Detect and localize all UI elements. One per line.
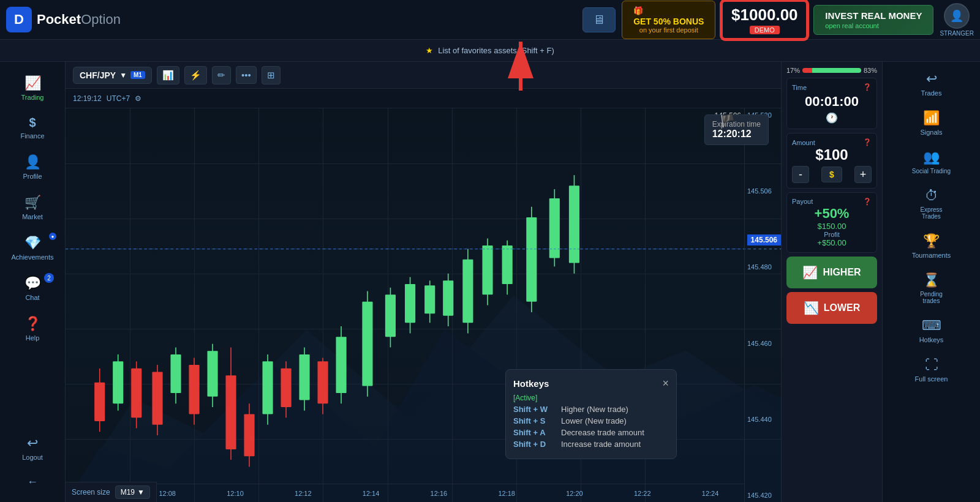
indicators-button[interactable]: ⚡ <box>184 66 207 84</box>
sidebar-item-market[interactable]: 🛒 Market <box>0 187 65 228</box>
progress-green <box>812 68 861 73</box>
right-sidebar-item-signals[interactable]: 📶 Signals <box>883 104 980 142</box>
hotkeys-title: Hotkeys <box>513 378 549 389</box>
achievements-icon: 💎 <box>24 235 41 251</box>
star-icon: ★ <box>426 46 433 55</box>
amount-label-row: Amount ❓ <box>792 138 872 146</box>
right-sidebar-item-express-trades[interactable]: ⏱ ExpressTrades <box>883 182 980 226</box>
right-sidebar-item-pending-trades[interactable]: ⌛ Pendingtrades <box>883 266 980 310</box>
sidebar-item-chat[interactable]: 💬 2 Chat <box>0 268 65 309</box>
right-sidebar: ↩ Trades 📶 Signals 👥 Social Trading ⏱ Ex… <box>882 62 980 502</box>
svg-rect-24 <box>281 369 291 407</box>
clock-icon: 🕐 <box>792 112 872 124</box>
currency-button[interactable]: $ <box>821 167 842 182</box>
favorites-bar[interactable]: ★ List of favorites assets (Shift + F) <box>0 40 980 62</box>
screen-size-value: M19 <box>121 488 135 496</box>
payout-percent: +50% <box>792 206 872 222</box>
invest-button[interactable]: INVEST REAL MONEY open real account <box>813 5 933 35</box>
trade-panel: 17% 83% Time ❓ 00:01:00 🕐 Amount ❓ $100 <box>781 62 882 502</box>
sidebar-item-trading[interactable]: 📈 Trading <box>0 68 65 108</box>
right-sidebar-item-social-trading[interactable]: 👥 Social Trading <box>883 143 980 181</box>
hotkey-key-3: Shift + A <box>513 428 556 437</box>
sidebar-item-arrow[interactable]: ← <box>0 468 65 496</box>
time-section: Time ❓ 00:01:00 🕐 <box>786 78 877 129</box>
svg-rect-28 <box>317 361 328 403</box>
left-sidebar: 📈 Trading $ Finance 👤 Profile 🛒 Market 💎… <box>0 62 66 502</box>
bonus-sub-label: on your first deposit <box>633 26 704 34</box>
right-sidebar-item-trades[interactable]: ↩ Trades <box>883 65 980 103</box>
asset-selector[interactable]: CHF/JPY ▼ M1 <box>73 67 152 84</box>
hotkeys-active-label: [Active] <box>513 394 669 402</box>
left-arrow-icon: ← <box>27 476 38 489</box>
amount-help-icon: ❓ <box>863 138 872 146</box>
profit-amount: +$50.00 <box>792 238 872 247</box>
hotkey-row-4: Shift + D Increase trade amount <box>513 440 669 449</box>
time-7: 12:18 <box>498 490 515 497</box>
drawing-button[interactable]: ✏ <box>212 66 231 84</box>
achievements-badge: ● <box>49 233 56 240</box>
screen-size-select[interactable]: M19 ▼ <box>115 485 150 499</box>
time-label: Time <box>792 84 807 91</box>
demo-account-button[interactable]: $1000.00 DEMO <box>722 1 807 39</box>
finance-icon: $ <box>29 116 36 130</box>
svg-rect-52 <box>569 185 579 263</box>
hotkey-desc-2: Lower (New trade) <box>561 416 627 425</box>
hotkey-row-1: Shift + W Higher (New trade) <box>513 405 669 414</box>
svg-rect-14 <box>189 365 199 414</box>
chart-area: CHF/JPY ▼ M1 📊 ⚡ ✏ ••• ⊞ 12:19:12 UTC+7 … <box>66 62 781 502</box>
higher-button[interactable]: 📈 HIGHER <box>786 257 877 288</box>
more-button[interactable]: ••• <box>236 66 257 84</box>
amount-minus-button[interactable]: - <box>792 166 809 183</box>
chart-settings-icon[interactable]: ⚙ <box>135 94 141 103</box>
chart-canvas: 145.520 145.506 145.480 145.460 145.440 … <box>66 108 781 502</box>
avatar-area[interactable]: 👤 STRANGER <box>940 3 974 37</box>
right-sidebar-item-hotkeys[interactable]: ⌨ Hotkeys <box>883 312 980 350</box>
tournaments-icon: 🏆 <box>923 233 940 249</box>
hotkey-row-3: Shift + A Decrease trade amount <box>513 428 669 437</box>
flag-icon: 🏴 <box>720 113 735 128</box>
trades-icon: ↩ <box>926 71 937 87</box>
time-9: 12:22 <box>634 490 651 497</box>
progress-red <box>802 68 812 73</box>
price-level-2: 145.506 <box>747 187 778 195</box>
svg-rect-46 <box>502 245 513 284</box>
chart-type-button[interactable]: 📊 <box>157 66 179 84</box>
amount-plus-button[interactable]: + <box>854 166 872 183</box>
amount-label: Amount <box>792 139 815 146</box>
current-price-label: 145.506 <box>747 234 781 245</box>
sidebar-item-achievements[interactable]: 💎 ● Achievements <box>0 228 65 268</box>
svg-rect-6 <box>113 361 123 403</box>
right-sidebar-item-full-screen[interactable]: ⛶ Full screen <box>883 351 980 389</box>
logo-bold: Pocket <box>37 12 81 27</box>
screen-size-arrow: ▼ <box>137 488 145 496</box>
svg-rect-44 <box>482 245 492 294</box>
layout-button[interactable]: ⊞ <box>262 66 281 84</box>
sidebar-item-profile[interactable]: 👤 Profile <box>0 147 65 187</box>
expiration-box: Expiration time 12:20:12 <box>704 114 769 145</box>
logo-text: PocketOption <box>37 12 121 28</box>
sidebar-item-help[interactable]: ❓ Help <box>0 309 65 349</box>
invest-main-label: INVEST REAL MONEY <box>825 10 922 21</box>
svg-rect-12 <box>170 354 181 393</box>
chart-toolbar: CHF/JPY ▼ M1 📊 ⚡ ✏ ••• ⊞ <box>66 62 781 89</box>
tournaments-label: Tournaments <box>912 252 951 259</box>
svg-rect-20 <box>244 414 254 456</box>
monitor-button[interactable]: 🖥 <box>582 7 616 32</box>
demo-amount: $1000.00 <box>731 6 797 24</box>
svg-rect-18 <box>225 375 236 449</box>
time-10: 12:24 <box>702 490 719 497</box>
bonus-button[interactable]: 🎁 GET 50% BONUS on your first deposit <box>622 1 715 39</box>
sidebar-item-logout[interactable]: ↩ Logout <box>0 428 65 468</box>
profile-icon: 👤 <box>24 154 41 170</box>
profit-label: Profit <box>792 231 872 238</box>
svg-rect-16 <box>207 351 217 397</box>
lower-button[interactable]: 📉 LOWER <box>786 292 877 324</box>
profile-label: Profile <box>23 173 42 180</box>
sidebar-item-finance[interactable]: $ Finance <box>0 108 65 147</box>
logout-label: Logout <box>22 454 43 461</box>
higher-label: HIGHER <box>823 267 861 278</box>
svg-rect-8 <box>131 369 141 418</box>
hotkeys-close-button[interactable]: × <box>662 377 669 390</box>
right-sidebar-item-tournaments[interactable]: 🏆 Tournaments <box>883 227 980 265</box>
payout-amount: $150.00 <box>792 222 872 231</box>
